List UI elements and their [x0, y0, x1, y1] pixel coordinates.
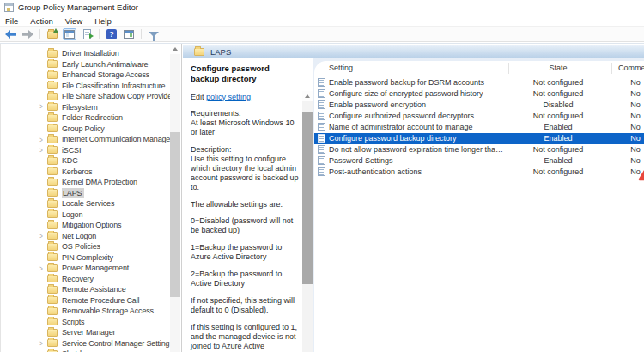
tree-item-label: Early Launch Antimalware: [62, 60, 148, 69]
folder-icon: [47, 307, 58, 315]
tree-item-os-policies[interactable]: OS Policies: [1, 241, 181, 252]
folder-icon: [47, 339, 58, 347]
menu-action[interactable]: Action: [30, 16, 52, 26]
tree-item-service-control-manager-setting[interactable]: >Service Control Manager Setting: [1, 338, 181, 349]
setting-comment: No: [611, 88, 644, 100]
back-icon[interactable]: [3, 28, 17, 40]
tree-item-kernel-dma-protection[interactable]: Kernel DMA Protection: [1, 177, 181, 188]
results-header-label: LAPS: [210, 47, 231, 57]
tree-item-label: Mitigation Options: [62, 221, 121, 229]
tree-item-filesystem[interactable]: >Filesystem: [1, 102, 181, 113]
setting-row-enable-password-backup-for-dsrm-accounts[interactable]: Enable password backup for DSRM accounts…: [314, 77, 644, 88]
tree-item-label: Kerberos: [62, 167, 92, 176]
expand-chevron-icon[interactable]: >: [39, 264, 46, 273]
menu-view[interactable]: View: [65, 16, 82, 26]
tree-item-file-share-shadow-copy-provider[interactable]: File Share Shadow Copy Provider: [1, 91, 181, 102]
description-paragraph: If this setting is configured to 1, and …: [191, 323, 299, 352]
folder-icon: [47, 82, 58, 89]
column-header-comment[interactable]: Comment: [618, 64, 644, 76]
toolbar-separator: [99, 29, 100, 39]
folder-icon: [47, 103, 58, 111]
tree-item-driver-installation[interactable]: Driver Installation: [1, 48, 181, 59]
expand-chevron-icon[interactable]: >: [39, 135, 46, 144]
column-header-state[interactable]: State: [505, 64, 611, 76]
tree-item-logon[interactable]: Logon: [1, 209, 181, 221]
expand-chevron-icon[interactable]: >: [39, 145, 46, 155]
tree-item-laps[interactable]: LAPS: [1, 188, 181, 199]
tree-scrollbar[interactable]: [170, 44, 180, 352]
tree-item-net-logon[interactable]: >Net Logon: [1, 231, 181, 242]
tree-item-locale-services[interactable]: Locale Services: [1, 198, 181, 209]
folder-icon: [47, 243, 58, 251]
tree-item-file-classification-infrastructure[interactable]: File Classification Infrastructure: [1, 81, 181, 92]
folder-icon: [47, 253, 58, 261]
tree-item-kerberos[interactable]: Kerberos: [1, 167, 181, 178]
description-paragraph: 0=Disabled (password will not be backed …: [191, 216, 299, 235]
tree-item-scripts[interactable]: Scripts: [1, 317, 181, 328]
description-scrollbar[interactable]: [302, 91, 313, 352]
tree-item-label: Remote Procedure Call: [62, 296, 139, 305]
filter-icon[interactable]: [147, 28, 161, 40]
tree-item-shutdown[interactable]: Shutdown: [1, 349, 181, 352]
export-list-icon[interactable]: [80, 28, 94, 40]
description-scrollbar-thumb[interactable]: [302, 112, 313, 284]
expand-chevron-icon[interactable]: >: [39, 231, 46, 240]
tree-item-label: iSCSI: [62, 146, 81, 155]
tree-item-pin-complexity[interactable]: PIN Complexity: [1, 252, 181, 264]
setting-row-name-of-administrator-account-to-manage[interactable]: Name of administrator account to manageE…: [314, 122, 644, 133]
policy-setting-link[interactable]: policy setting: [206, 93, 251, 101]
tree-item-early-launch-antimalware[interactable]: Early Launch Antimalware: [1, 59, 181, 70]
description-paragraph: The allowable settings are:: [191, 200, 299, 209]
setting-row-enable-password-encryption[interactable]: Enable password encryptionDisabledNo: [314, 100, 644, 111]
scroll-up-icon[interactable]: [170, 44, 180, 54]
help-icon[interactable]: ?: [105, 28, 118, 40]
expand-chevron-icon[interactable]: >: [39, 102, 46, 112]
setting-row-do-not-allow-password-expiration-time-lo[interactable]: Do not allow password expiration time lo…: [314, 144, 644, 155]
setting-state: Enabled: [505, 155, 611, 167]
setting-row-configure-size-of-encrypted-password-his[interactable]: Configure size of encrypted password his…: [314, 88, 644, 100]
tree-item-recovery[interactable]: Recovery: [1, 274, 181, 285]
column-divider[interactable]: [611, 63, 612, 74]
tree-item-kdc[interactable]: KDC: [1, 155, 181, 167]
tree-item-label: Locale Services: [62, 199, 114, 208]
show-action-pane-icon[interactable]: [122, 28, 136, 40]
setting-row-password-settings[interactable]: Password SettingsEnabledNo: [314, 155, 644, 167]
toolbar-separator: [39, 29, 40, 39]
tree-item-enhanced-storage-access[interactable]: Enhanced Storage Access: [1, 70, 181, 81]
tree-item-label: Kernel DMA Protection: [62, 178, 137, 186]
tree-item-remote-assistance[interactable]: Remote Assistance: [1, 284, 181, 295]
column-header-setting[interactable]: Setting: [329, 64, 353, 76]
tree-item-server-manager[interactable]: Server Manager: [1, 327, 181, 338]
up-one-level-icon[interactable]: [46, 28, 59, 40]
tree-item-mitigation-options[interactable]: Mitigation Options: [1, 220, 181, 231]
scroll-up-icon[interactable]: [302, 91, 313, 101]
tree-item-folder-redirection[interactable]: Folder Redirection: [1, 112, 181, 124]
tree-item-iscsi[interactable]: >iSCSI: [1, 145, 181, 156]
setting-row-configure-authorized-password-decryptors[interactable]: Configure authorized password decryptors…: [314, 111, 644, 122]
show-console-tree-icon[interactable]: [63, 28, 76, 40]
menu-help[interactable]: Help: [94, 16, 112, 26]
tree-scrollbar-thumb[interactable]: [170, 132, 180, 297]
menu-file[interactable]: File: [5, 16, 18, 26]
content-area: Driver InstallationEarly Launch Antimalw…: [0, 43, 644, 352]
tree-item-power-management[interactable]: >Power Management: [1, 263, 181, 274]
expand-chevron-icon[interactable]: >: [39, 338, 46, 348]
setting-row-post-authentication-actions[interactable]: Post-authentication actionsNot configure…: [314, 167, 644, 178]
tree-item-label: Driver Installation: [62, 49, 119, 58]
setting-description-panel: Configure password backup directory Edit…: [183, 58, 313, 352]
column-divider[interactable]: [508, 63, 509, 74]
tree-item-remote-procedure-call[interactable]: Remote Procedure Call: [1, 295, 181, 306]
setting-comment: No: [611, 167, 644, 178]
forward-icon[interactable]: [21, 28, 34, 40]
tree-item-label: Logon: [62, 210, 82, 219]
setting-row-configure-password-backup-directory[interactable]: Configure password backup directoryEnabl…: [314, 133, 644, 144]
tree-item-label: PIN Complexity: [62, 253, 113, 262]
tree-item-internet-communication-manage[interactable]: >Internet Communication Manage: [1, 134, 181, 145]
description-paragraphs: Requirements: At least Microsoft Windows…: [191, 109, 299, 352]
tree-item-removable-storage-access[interactable]: Removable Storage Access: [1, 306, 181, 317]
tree-item-label: File Classification Infrastructure: [62, 82, 165, 90]
policy-setting-icon: [318, 156, 325, 165]
setting-name: Name of administrator account to manage: [329, 122, 505, 133]
folder-icon: [47, 318, 58, 325]
tree-item-group-policy[interactable]: Group Policy: [1, 124, 181, 135]
